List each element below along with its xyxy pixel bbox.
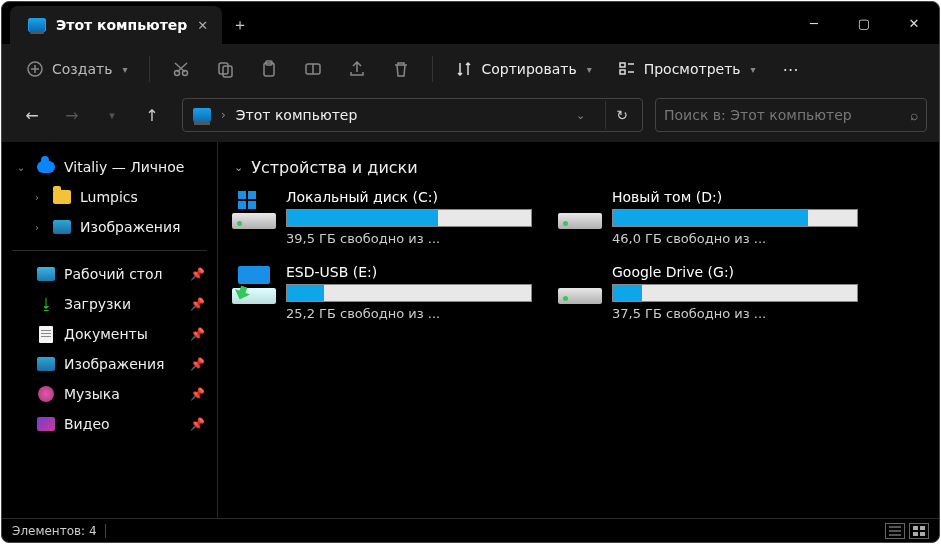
drive-name: Новый том (D:) <box>612 189 858 205</box>
toolbar: Создать ▾ Сортировать ▾ Просмотреть ▾ ⋯ <box>2 44 939 94</box>
chevron-right-icon[interactable]: › <box>30 222 44 233</box>
folder-icon <box>52 188 72 206</box>
chevron-right-icon[interactable]: › <box>30 192 44 203</box>
pin-icon[interactable]: 📌 <box>190 357 205 371</box>
chevron-down-icon[interactable]: ⌄ <box>14 162 28 173</box>
svg-rect-10 <box>913 526 918 530</box>
pin-icon[interactable]: 📌 <box>190 327 205 341</box>
sidebar-label: Документы <box>64 326 148 342</box>
rename-button[interactable] <box>294 52 332 86</box>
capacity-bar <box>612 284 858 302</box>
drive-name: Локальный диск (C:) <box>286 189 532 205</box>
nav-row: ← → ▾ ↑ › Этот компьютер ⌄ ↻ ⌕ <box>2 94 939 142</box>
sidebar-label: Vitaliy — Личное <box>64 159 184 175</box>
sidebar-label: Музыка <box>64 386 120 402</box>
delete-button[interactable] <box>382 52 420 86</box>
svg-rect-11 <box>920 526 925 530</box>
sidebar-label: Изображения <box>80 219 180 235</box>
sidebar-item-lumpics[interactable]: › Lumpics <box>8 182 211 212</box>
share-button[interactable] <box>338 52 376 86</box>
pictures-icon <box>36 355 56 373</box>
drive-free: 46,0 ГБ свободно из ... <box>612 231 858 246</box>
sidebar-label: Изображения <box>64 356 164 372</box>
view-icon <box>618 60 636 78</box>
maximize-button[interactable]: ▢ <box>839 2 889 44</box>
capacity-bar <box>286 209 532 227</box>
separator <box>12 250 207 251</box>
svg-rect-9 <box>620 70 625 74</box>
drive-name: Google Drive (G:) <box>612 264 858 280</box>
sidebar-pictures[interactable]: Изображения 📌 <box>8 349 211 379</box>
sidebar-desktop[interactable]: Рабочий стол 📌 <box>8 259 211 289</box>
up-button[interactable]: ↑ <box>134 97 170 133</box>
scissors-icon <box>172 60 190 78</box>
sidebar-documents[interactable]: Документы 📌 <box>8 319 211 349</box>
this-pc-icon <box>193 108 211 122</box>
forward-button[interactable]: → <box>54 97 90 133</box>
chevron-down-icon: ▾ <box>122 64 127 75</box>
new-tab-button[interactable]: ＋ <box>222 6 258 44</box>
view-button[interactable]: Просмотреть ▾ <box>608 54 766 84</box>
details-view-button[interactable] <box>885 523 905 539</box>
music-icon <box>36 385 56 403</box>
drive-d[interactable]: Новый том (D:) 46,0 ГБ свободно из ... <box>558 189 858 246</box>
copy-icon <box>216 60 234 78</box>
search-input[interactable] <box>664 107 910 123</box>
search-box[interactable]: ⌕ <box>655 98 927 132</box>
svg-rect-8 <box>620 63 625 67</box>
share-icon <box>348 60 366 78</box>
close-button[interactable]: ✕ <box>889 2 939 44</box>
desktop-icon <box>36 265 56 283</box>
sidebar-item-images[interactable]: › Изображения <box>8 212 211 242</box>
chevron-right-icon: › <box>221 108 226 122</box>
drive-e[interactable]: ESD-USB (E:) 25,2 ГБ свободно из ... <box>232 264 532 321</box>
tab-close-icon[interactable]: ✕ <box>197 18 208 33</box>
trash-icon <box>392 60 410 78</box>
create-label: Создать <box>52 61 112 77</box>
drive-c[interactable]: Локальный диск (C:) 39,5 ГБ свободно из … <box>232 189 532 246</box>
sidebar-video[interactable]: Видео 📌 <box>8 409 211 439</box>
capacity-bar <box>286 284 532 302</box>
document-icon <box>36 325 56 343</box>
pin-icon[interactable]: 📌 <box>190 417 205 431</box>
more-button[interactable]: ⋯ <box>772 52 810 86</box>
pin-icon[interactable]: 📌 <box>190 267 205 281</box>
refresh-button[interactable]: ↻ <box>605 101 638 129</box>
sidebar-label: Загрузки <box>64 296 131 312</box>
download-icon: ⭳ <box>36 295 56 313</box>
copy-button[interactable] <box>206 52 244 86</box>
back-button[interactable]: ← <box>14 97 50 133</box>
cut-button[interactable] <box>162 52 200 86</box>
address-bar[interactable]: › Этот компьютер ⌄ ↻ <box>182 98 643 132</box>
address-dropdown[interactable]: ⌄ <box>566 103 595 128</box>
sidebar-personal[interactable]: ⌄ Vitaliy — Личное <box>8 152 211 182</box>
create-button[interactable]: Создать ▾ <box>16 54 137 84</box>
sidebar-label: Видео <box>64 416 110 432</box>
onedrive-icon <box>36 158 56 176</box>
paste-button[interactable] <box>250 52 288 86</box>
chevron-down-icon: ▾ <box>751 64 756 75</box>
pin-icon[interactable]: 📌 <box>190 387 205 401</box>
sidebar-music[interactable]: Музыка 📌 <box>8 379 211 409</box>
chevron-down-icon[interactable]: ⌄ <box>234 161 243 174</box>
tiles-view-button[interactable] <box>909 523 929 539</box>
tab-this-pc[interactable]: Этот компьютер ✕ <box>10 6 222 44</box>
pin-icon[interactable]: 📌 <box>190 297 205 311</box>
drive-icon <box>232 191 276 231</box>
this-pc-icon <box>28 18 46 32</box>
view-label: Просмотреть <box>644 61 741 77</box>
rename-icon <box>304 60 322 78</box>
minimize-button[interactable]: ─ <box>789 2 839 44</box>
recent-button[interactable]: ▾ <box>94 97 130 133</box>
sort-button[interactable]: Сортировать ▾ <box>445 54 601 84</box>
separator <box>105 524 106 538</box>
plus-circle-icon <box>26 60 44 78</box>
search-icon[interactable]: ⌕ <box>910 107 918 123</box>
status-bar: Элементов: 4 <box>2 518 939 542</box>
explorer-window: Этот компьютер ✕ ＋ ─ ▢ ✕ Создать ▾ Сорти… <box>1 1 940 543</box>
item-count: Элементов: 4 <box>12 524 97 538</box>
svg-rect-12 <box>913 532 918 536</box>
drive-g[interactable]: Google Drive (G:) 37,5 ГБ свободно из ..… <box>558 264 858 321</box>
group-header[interactable]: ⌄ Устройства и диски <box>232 154 925 189</box>
sidebar-downloads[interactable]: ⭳ Загрузки 📌 <box>8 289 211 319</box>
